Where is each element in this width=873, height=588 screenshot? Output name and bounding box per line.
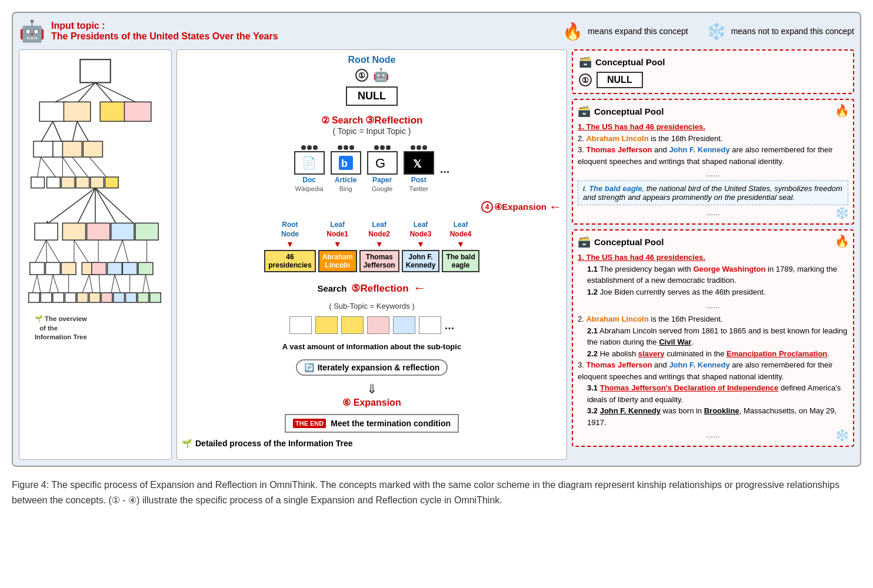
dot11 [416,145,421,150]
node3-arrow: ▼ [416,239,425,249]
svg-line-22 [89,157,108,178]
termination-box: THE END Meet the termination condition [285,414,459,433]
node2-arrow: ▼ [375,239,384,249]
pool3-item3-1: 3.1 Thomas Jefferson's Declaration of In… [578,382,848,405]
right-panel: 🗃️ Conceptual Pool ① NULL 🔥 🗃️ Conceptua… [572,49,854,460]
svg-line-2 [77,82,95,103]
caption-text: Figure 4: The specific process of Expans… [12,480,839,505]
step6-row: ⑥ Expansion [182,397,562,408]
dot2 [307,145,312,150]
svg-rect-77 [126,293,137,302]
svg-line-63 [99,275,100,294]
doc-box-3 [341,316,364,334]
expansion4-label: ④Expansion [494,202,547,212]
pool2: 🔥 🗃️ Conceptual Pool 1. The US has had 4… [572,99,854,225]
node4-arrow: ▼ [457,239,465,249]
detailed-label-text: Detailed process of the Information Tree [195,439,353,448]
svg-line-57 [37,275,41,294]
root-arrow: ▼ [286,239,294,249]
svg-line-30 [77,188,95,225]
browser-post: 𝕏 Post Twitter [404,145,434,192]
header-icons: 🔥 means expand this concept ❄️ means not… [562,22,854,41]
svg-rect-34 [35,223,58,240]
browser-paper: G Paper Google [367,145,398,192]
doc-dots [301,145,318,150]
pool3-item3: 3. Thomas Jefferson and John F. Kennedy … [578,359,848,382]
svg-line-29 [47,188,95,225]
node-46: 46presidencies [264,250,315,272]
svg-line-46 [122,240,128,263]
node1-type: Leaf [330,220,345,229]
svg-rect-53 [108,262,122,275]
dot6 [349,145,354,150]
node1-arrow: ▼ [334,239,342,249]
paper-icon-box: G [367,151,398,175]
header-row: 🤖 Input topic : The Presidents of the Un… [19,19,854,44]
search-subtitle2: ( Sub-Topic = Keywords ) [182,302,562,310]
pool1-header: 🗃️ Conceptual Pool [579,55,665,68]
root-node-title: Root Node [182,55,562,65]
svg-rect-25 [61,177,75,188]
pool3-dots1: ...... [578,299,848,312]
step4-badge: 4 [481,201,493,213]
search-label-section: ② Search ③Reflection ( Topic = Input Top… [182,114,562,136]
svg-rect-69 [29,293,40,302]
snowflake-icon: ❄️ [706,22,727,41]
svg-line-59 [53,275,59,294]
svg-rect-23 [31,177,45,188]
game-over-badge: THE END [293,419,326,428]
browser-article: b Article Bing [331,145,361,192]
iterative-label: Iterately expansion & reflection [318,363,440,372]
node4-col: Leaf Node4 ▼ The baldeagle [442,220,479,272]
node1-name: Node1 [326,230,348,238]
pool1-content: ① NULL [579,72,643,88]
doc-box-4 [367,316,389,334]
main-diagram: 🤖 Input topic : The Presidents of the Un… [12,12,861,467]
middle-panel: Root Node ① 🤖 NULL ② Search ③Reflection … [176,49,567,460]
svg-rect-16 [83,141,102,157]
svg-line-41 [46,240,61,263]
svg-rect-70 [41,293,52,302]
fire-icon: 🔥 [562,22,583,41]
article-dots [338,145,354,150]
svg-rect-74 [89,293,101,302]
pool3-header: 🗃️ Conceptual Pool [578,235,848,248]
doc-sublabel: Wikipedia [295,185,324,192]
svg-line-61 [82,275,89,294]
node4-name: Node4 [450,230,472,238]
dot3 [313,145,318,150]
null-box-1: NULL [346,86,398,106]
node3-name: Node3 [410,230,432,238]
node2-type: Leaf [372,220,386,229]
node2-name: Node2 [368,230,390,238]
pool2-item3: 3. Thomas Jefferson and John F. Kennedy … [578,144,848,167]
article-sublabel: Bing [339,185,352,192]
svg-rect-27 [91,177,104,188]
svg-line-65 [115,275,121,294]
pool2-title: Conceptual Pool [594,106,664,116]
node-root-type2: Node [281,230,299,238]
pool3-item2: 2. Abraham Lincoln is the 16th President… [578,313,848,325]
svg-line-1 [53,82,95,103]
pool3-item2-1: 2.1 Abraham Lincoln served from 1861 to … [578,325,848,348]
node-eagle: The baldeagle [442,250,479,272]
search-title: ② Search [321,115,364,126]
robot-icon2: 🤖 [373,68,389,83]
svg-line-45 [114,240,122,263]
pool2-text: 1. The US has had 46 presidencies. 2. Ab… [578,121,848,167]
svg-rect-35 [62,223,85,240]
article-icon-box: b [331,151,361,175]
svg-rect-73 [77,293,88,302]
svg-line-67 [142,275,145,294]
svg-rect-71 [53,293,64,302]
detailed-label: 🌱 Detailed process of the Information Tr… [182,439,562,448]
svg-line-39 [35,240,46,263]
pool3-snow: ❄️ [835,428,849,442]
svg-rect-48 [30,262,45,275]
dot5 [344,145,348,150]
arrow-right2: ← [414,280,426,296]
svg-line-4 [95,82,138,103]
node-root-type: Root [282,220,298,229]
pool2-fire: 🔥 [835,103,849,118]
tree-icon2: 🌱 [182,439,192,448]
